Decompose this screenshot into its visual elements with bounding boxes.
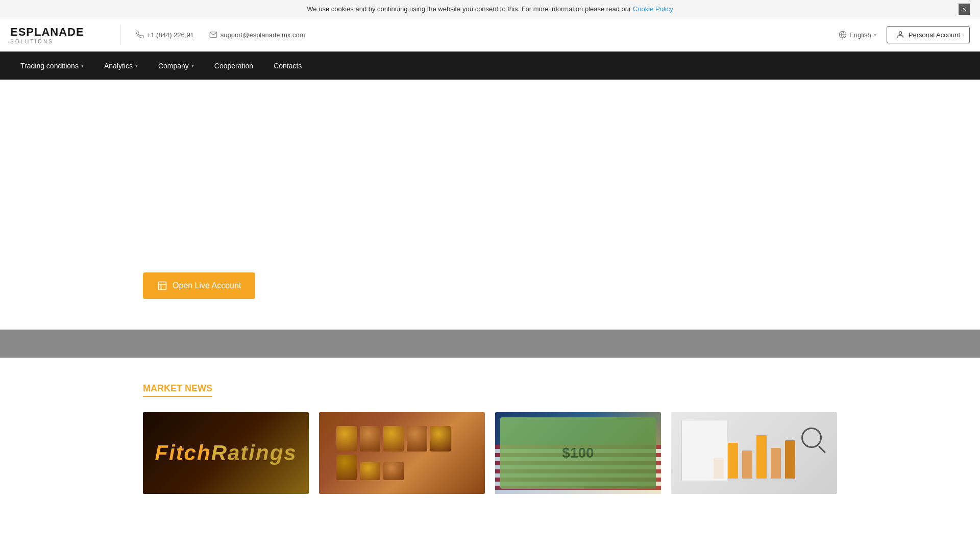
phone-contact: +1 (844) 226.91 (136, 31, 194, 39)
nav-cooperation-label: Cooperation (214, 62, 253, 70)
open-live-account-button[interactable]: Open Live Account (143, 272, 255, 299)
copper-item (336, 426, 357, 452)
cookie-message: We use cookies and by continuing using t… (307, 5, 631, 13)
hero-section: Open Live Account (0, 80, 980, 330)
language-label: English (849, 31, 871, 39)
nav-trading-arrow: ▾ (81, 63, 84, 68)
document-overlay (681, 420, 727, 481)
svg-point-3 (899, 32, 901, 34)
header-right: English ▾ Personal Account (839, 26, 970, 43)
bar-4 (756, 435, 767, 479)
svg-rect-4 (159, 282, 166, 290)
nav-analytics-arrow: ▾ (135, 63, 138, 68)
nav-item-cooperation[interactable]: Cooperation (204, 52, 263, 80)
header: ESPLANADE SOLUTIONS +1 (844) 226.91 supp… (0, 18, 980, 52)
gray-strip (0, 330, 980, 358)
logo[interactable]: ESPLANADE SOLUTIONS (10, 26, 84, 44)
open-account-icon (157, 281, 167, 291)
bar-6 (785, 440, 795, 479)
bar-2 (728, 443, 738, 479)
news-card-analytics[interactable] (671, 412, 837, 494)
logo-sub-text: SOLUTIONS (10, 39, 84, 44)
copper-item (407, 426, 427, 452)
fitch-text: FitchRatings (155, 441, 297, 465)
phone-icon (136, 31, 144, 39)
usd-card-image: $100 (495, 412, 661, 494)
usd-bill: $100 (500, 417, 656, 489)
personal-account-button[interactable]: Personal Account (887, 26, 970, 43)
market-news-section: MARKET NEWS FitchRatings (0, 358, 980, 519)
news-grid: FitchRatings (143, 412, 837, 494)
copper-item (336, 455, 357, 480)
header-contact: +1 (844) 226.91 support@esplanade.mx.com (136, 31, 839, 39)
copper-item (360, 426, 380, 452)
news-card-copper[interactable] (319, 412, 485, 494)
fitch-card-image: FitchRatings (143, 412, 309, 494)
email-icon (209, 31, 217, 39)
email-address: support@esplanade.mx.com (220, 31, 305, 39)
news-card-usd[interactable]: $100 (495, 412, 661, 494)
nav-company-arrow: ▾ (191, 63, 194, 68)
language-arrow: ▾ (874, 32, 876, 38)
phone-number: +1 (844) 226.91 (147, 31, 194, 39)
header-divider (120, 24, 120, 45)
usd-overlay: $100 (495, 412, 661, 494)
bar-3 (742, 450, 752, 479)
copper-card-image (319, 412, 485, 494)
nav-item-trading-conditions[interactable]: Trading conditions ▾ (10, 52, 94, 80)
copper-item (383, 462, 404, 480)
market-news-title: MARKET NEWS (143, 383, 212, 397)
personal-account-label: Personal Account (909, 31, 960, 39)
nav-contacts-label: Contacts (274, 62, 302, 70)
nav-trading-label: Trading conditions (20, 62, 79, 70)
globe-icon (839, 31, 847, 39)
nav-item-contacts[interactable]: Contacts (263, 52, 312, 80)
copper-item (430, 426, 451, 452)
logo-main-text: ESPLANADE (10, 26, 84, 38)
account-icon (896, 31, 904, 39)
nav-analytics-label: Analytics (104, 62, 133, 70)
cookie-policy-link[interactable]: Cookie Policy (633, 5, 673, 13)
nav-item-analytics[interactable]: Analytics ▾ (94, 52, 148, 80)
nav-item-company[interactable]: Company ▾ (148, 52, 204, 80)
open-live-label: Open Live Account (173, 281, 241, 290)
magnifier-icon (801, 428, 822, 448)
analytics-card-image (671, 412, 837, 494)
news-card-fitch[interactable]: FitchRatings (143, 412, 309, 494)
email-contact: support@esplanade.mx.com (209, 31, 305, 39)
cookie-banner: We use cookies and by continuing using t… (0, 0, 980, 18)
cookie-close-button[interactable]: × (959, 4, 970, 15)
copper-item (383, 426, 404, 452)
copper-item (360, 462, 380, 480)
main-nav: Trading conditions ▾ Analytics ▾ Company… (0, 52, 980, 80)
language-selector[interactable]: English ▾ (839, 31, 876, 39)
bar-5 (771, 448, 781, 479)
nav-company-label: Company (158, 62, 189, 70)
